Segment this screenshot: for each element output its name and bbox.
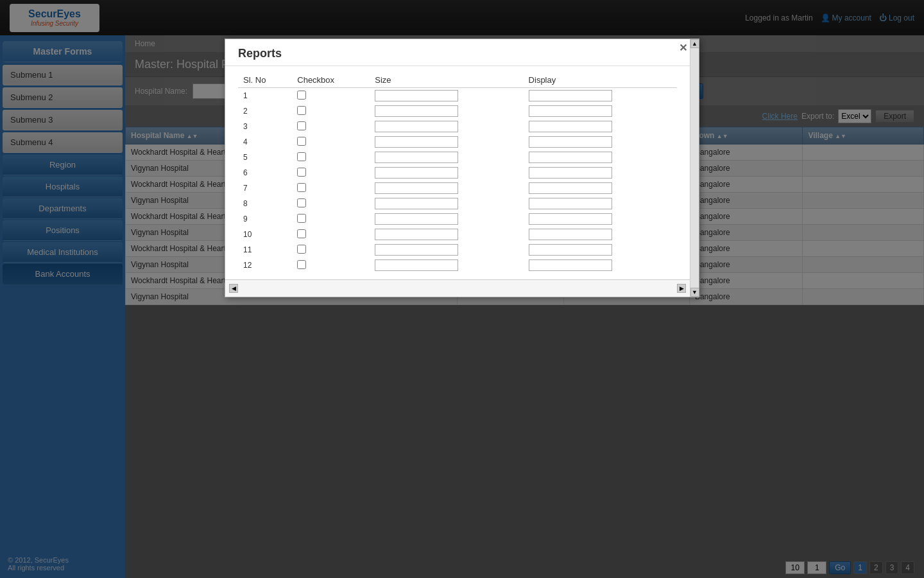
scroll-left-arrow[interactable]: ◀ bbox=[229, 284, 238, 293]
reports-row: 10 bbox=[238, 227, 677, 242]
report-display-cell bbox=[524, 211, 677, 227]
report-display-input-11[interactable] bbox=[529, 244, 612, 256]
report-sl-no: 1 bbox=[238, 88, 292, 104]
report-size-input-11[interactable] bbox=[375, 244, 458, 256]
report-size-input-10[interactable] bbox=[375, 229, 458, 240]
report-checkbox-7[interactable] bbox=[297, 183, 306, 192]
report-size-cell bbox=[370, 211, 523, 227]
report-display-input-5[interactable] bbox=[529, 152, 612, 163]
report-display-cell bbox=[524, 180, 677, 196]
modal-scrollbar: ▲ ▼ bbox=[690, 39, 699, 297]
reports-row: 12 bbox=[238, 258, 677, 273]
report-checkbox-12[interactable] bbox=[297, 260, 306, 269]
report-sl-no: 7 bbox=[238, 180, 292, 196]
report-display-input-4[interactable] bbox=[529, 136, 612, 148]
report-display-cell bbox=[524, 119, 677, 134]
report-checkbox-10[interactable] bbox=[297, 229, 306, 238]
report-size-input-2[interactable] bbox=[375, 105, 458, 117]
report-checkbox-1[interactable] bbox=[297, 91, 306, 100]
modal-overlay: ✕ ▲ ▼ Reports Sl. No Checkbox Size Displ… bbox=[0, 0, 924, 578]
report-size-input-1[interactable] bbox=[375, 90, 458, 101]
report-display-input-10[interactable] bbox=[529, 229, 612, 240]
modal-bottom: ◀ ▶ bbox=[225, 279, 690, 297]
report-checkbox-cell bbox=[292, 258, 370, 273]
report-checkbox-cell bbox=[292, 196, 370, 211]
report-sl-no: 5 bbox=[238, 150, 292, 165]
report-display-input-9[interactable] bbox=[529, 213, 612, 225]
report-display-cell bbox=[524, 258, 677, 273]
reports-modal: ✕ ▲ ▼ Reports Sl. No Checkbox Size Displ… bbox=[225, 39, 699, 297]
report-display-input-6[interactable] bbox=[529, 167, 612, 179]
report-size-cell bbox=[370, 227, 523, 242]
report-display-input-1[interactable] bbox=[529, 90, 612, 101]
report-checkbox-2[interactable] bbox=[297, 106, 306, 115]
scroll-right-arrow[interactable]: ▶ bbox=[677, 284, 686, 293]
reports-row: 9 bbox=[238, 211, 677, 227]
report-checkbox-9[interactable] bbox=[297, 214, 306, 223]
report-size-cell bbox=[370, 88, 523, 104]
report-display-cell bbox=[524, 88, 677, 104]
scroll-up-arrow[interactable]: ▲ bbox=[690, 39, 699, 48]
report-size-cell bbox=[370, 103, 523, 119]
reports-col-size: Size bbox=[370, 73, 523, 88]
report-checkbox-cell bbox=[292, 211, 370, 227]
report-checkbox-cell bbox=[292, 134, 370, 150]
reports-row: 4 bbox=[238, 134, 677, 150]
report-sl-no: 11 bbox=[238, 242, 292, 258]
report-display-cell bbox=[524, 150, 677, 165]
report-checkbox-cell bbox=[292, 150, 370, 165]
report-display-input-3[interactable] bbox=[529, 121, 612, 132]
report-size-cell bbox=[370, 258, 523, 273]
report-display-input-7[interactable] bbox=[529, 182, 612, 194]
report-sl-no: 9 bbox=[238, 211, 292, 227]
reports-row: 3 bbox=[238, 119, 677, 134]
reports-row: 6 bbox=[238, 165, 677, 180]
report-checkbox-6[interactable] bbox=[297, 168, 306, 177]
report-display-input-12[interactable] bbox=[529, 259, 612, 271]
reports-col-checkbox: Checkbox bbox=[292, 73, 370, 88]
report-checkbox-cell bbox=[292, 103, 370, 119]
report-size-cell bbox=[370, 165, 523, 180]
report-size-input-9[interactable] bbox=[375, 213, 458, 225]
report-display-cell bbox=[524, 103, 677, 119]
reports-col-display: Display bbox=[524, 73, 677, 88]
report-size-input-3[interactable] bbox=[375, 121, 458, 132]
report-checkbox-cell bbox=[292, 180, 370, 196]
report-size-cell bbox=[370, 242, 523, 258]
modal-close-button[interactable]: ✕ bbox=[679, 42, 687, 54]
report-checkbox-3[interactable] bbox=[297, 121, 306, 130]
reports-row: 11 bbox=[238, 242, 677, 258]
report-size-cell bbox=[370, 119, 523, 134]
report-size-input-7[interactable] bbox=[375, 182, 458, 194]
report-sl-no: 10 bbox=[238, 227, 292, 242]
report-checkbox-11[interactable] bbox=[297, 245, 306, 254]
scroll-down-arrow[interactable]: ▼ bbox=[690, 288, 699, 297]
report-display-input-8[interactable] bbox=[529, 198, 612, 209]
report-display-input-2[interactable] bbox=[529, 105, 612, 117]
report-sl-no: 4 bbox=[238, 134, 292, 150]
modal-body: Sl. No Checkbox Size Display 1 2 3 bbox=[225, 66, 690, 279]
report-size-cell bbox=[370, 134, 523, 150]
report-display-cell bbox=[524, 196, 677, 211]
reports-row: 2 bbox=[238, 103, 677, 119]
report-size-input-5[interactable] bbox=[375, 152, 458, 163]
reports-table: Sl. No Checkbox Size Display 1 2 3 bbox=[238, 73, 677, 273]
report-size-cell bbox=[370, 150, 523, 165]
report-display-cell bbox=[524, 134, 677, 150]
report-checkbox-5[interactable] bbox=[297, 152, 306, 161]
reports-row: 7 bbox=[238, 180, 677, 196]
report-size-input-12[interactable] bbox=[375, 259, 458, 271]
report-display-cell bbox=[524, 165, 677, 180]
modal-title: Reports bbox=[225, 39, 690, 66]
report-size-input-8[interactable] bbox=[375, 198, 458, 209]
reports-row: 8 bbox=[238, 196, 677, 211]
report-checkbox-8[interactable] bbox=[297, 198, 306, 207]
report-checkbox-cell bbox=[292, 119, 370, 134]
report-size-input-6[interactable] bbox=[375, 167, 458, 179]
report-sl-no: 6 bbox=[238, 165, 292, 180]
report-checkbox-4[interactable] bbox=[297, 137, 306, 146]
report-sl-no: 12 bbox=[238, 258, 292, 273]
report-size-input-4[interactable] bbox=[375, 136, 458, 148]
report-display-cell bbox=[524, 227, 677, 242]
report-checkbox-cell bbox=[292, 242, 370, 258]
